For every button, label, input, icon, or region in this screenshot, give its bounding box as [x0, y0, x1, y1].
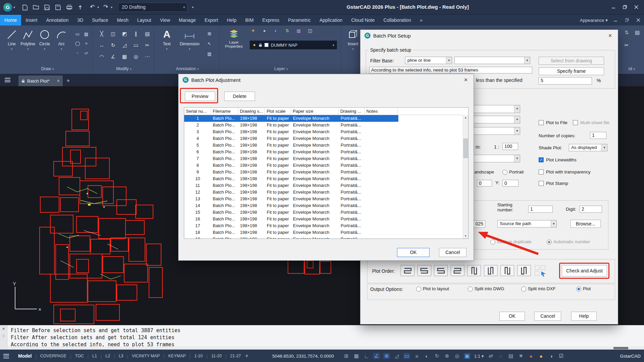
modify-tool-icon[interactable]: ∥ [131, 29, 141, 39]
column-header[interactable]: Drawing ... [339, 108, 365, 115]
workspace-select[interactable]: 2D Drafting ▾ [118, 3, 187, 12]
tool-insert-block[interactable]: Insert ▾ [345, 28, 361, 63]
shade-plot-select[interactable]: As displayed ▾ [569, 144, 607, 151]
panel-label-annotation[interactable]: Annotation▾ [155, 65, 219, 73]
column-header[interactable]: Filename [211, 108, 238, 115]
minimize-button[interactable] [608, 3, 619, 11]
tab-collaboration[interactable]: Collaboration [379, 15, 415, 25]
command-panel-handle[interactable]: × ⠿ [0, 325, 7, 350]
ribbon-minimize-icon[interactable] [612, 17, 619, 23]
table-row[interactable]: 8Batch Plo...198×198Fit to paperEnvelope… [184, 162, 463, 169]
draw-extra-icon[interactable]: ▭ [74, 31, 81, 38]
plot-order-option-3[interactable] [434, 265, 448, 276]
modify-tool-icon[interactable]: ↻ [108, 40, 118, 50]
table-row[interactable]: 6Batch Plo...198×198Fit to paperEnvelope… [184, 149, 463, 155]
tab-help[interactable]: Help [222, 15, 241, 25]
column-header[interactable]: Notes [365, 108, 398, 115]
table-row[interactable]: 19Batch Plo...198×198Fit to paperEnvelop… [184, 236, 463, 239]
scale-value-field[interactable]: 100 [502, 143, 518, 150]
model-tab[interactable]: Model [18, 353, 32, 359]
annotation-extra-icon[interactable]: ⊞ [206, 31, 213, 37]
tab-bim[interactable]: BIM [241, 15, 258, 25]
plot-linewidths-checkbox[interactable]: ✓ [539, 157, 544, 162]
grid-icon[interactable]: ⊞ [343, 353, 350, 359]
panel-label-clipboard[interactable]: rd▾ [620, 65, 644, 73]
undo-icon[interactable]: ↶ [90, 3, 95, 10]
table-row[interactable]: 5Batch Plo...198×198Fit to paperEnvelope… [184, 142, 463, 149]
table-row[interactable]: 1Batch Plo...198×198Fit to paperEnvelope… [184, 115, 463, 122]
layout-tab-vicinity-map[interactable]: VICINITY MAP [132, 354, 160, 358]
ribbon-restore-icon[interactable] [623, 17, 631, 23]
multi-sheet-checkbox[interactable] [573, 120, 578, 125]
column-header[interactable]: Plot scale [265, 108, 291, 115]
layer-state-icon[interactable]: ● [261, 28, 268, 34]
table-row[interactable]: 17Batch Plo...198×198Fit to paperEnvelop… [184, 222, 463, 229]
gear-icon[interactable]: ✳ [517, 353, 524, 359]
annotation-extra-icon[interactable]: ▥ [206, 51, 213, 57]
annotation-extra-icon[interactable]: ↖ [206, 41, 213, 47]
layout-tab-l1[interactable]: L1 [92, 354, 97, 358]
tab-annotation[interactable]: Annotation [42, 15, 73, 25]
open-file-icon[interactable] [32, 4, 40, 11]
tab-express[interactable]: Express [258, 15, 284, 25]
tab-mesh[interactable]: Mesh [112, 15, 133, 25]
ok-button[interactable]: OK [499, 312, 525, 321]
layer-state-icon[interactable]: ◐ [272, 28, 280, 34]
table-row[interactable]: 16Batch Plo...198×198Fit to paperEnvelop… [184, 216, 463, 222]
chevron-down-icon[interactable]: ▾ [13, 5, 15, 9]
draw-extra-icon[interactable]: ▱ [83, 50, 90, 56]
table-row[interactable]: 9Batch Plo...198×198Fit to paperEnvelope… [184, 169, 463, 175]
lock-icon[interactable]: ● [528, 353, 534, 359]
appearance-menu[interactable]: Appearance ▾ [580, 17, 608, 23]
add-layout-icon[interactable]: + [245, 353, 248, 359]
delete-button[interactable]: Delete [224, 92, 255, 101]
split-into-dwg-radio[interactable] [468, 287, 473, 292]
transparency-icon[interactable]: ◐ [424, 353, 430, 359]
layer-state-icon[interactable]: ▧ [295, 28, 302, 34]
automatic-number-radio[interactable] [547, 240, 552, 245]
command-scrollbar[interactable] [7, 347, 644, 350]
selection-cycling-icon[interactable]: ↻ [434, 353, 440, 359]
redo-icon[interactable]: ↷ [103, 3, 108, 10]
plot-order-option-8[interactable] [517, 265, 531, 276]
close-icon[interactable]: × [461, 76, 471, 84]
hardware-icon[interactable]: ▤ [507, 353, 514, 359]
close-icon[interactable]: × [0, 326, 7, 331]
lineweight-icon[interactable]: ≡ [413, 353, 420, 359]
modify-tool-icon[interactable]: ◠ [97, 52, 107, 62]
ribbon-overflow-icon[interactable]: » [415, 15, 427, 25]
tool-line[interactable]: Line ▾ [4, 28, 19, 63]
grip-icon[interactable]: ⠿ [0, 334, 7, 339]
cancel-button[interactable]: Cancel [439, 248, 466, 257]
layer-state-icon[interactable]: ☀ [249, 28, 257, 34]
table-row[interactable]: 10Batch Plo...198×198Fit to paperEnvelop… [184, 175, 463, 182]
redo-chevron-icon[interactable]: ▾ [111, 5, 112, 9]
offset-x-field[interactable]: 0 [477, 180, 492, 187]
table-row[interactable]: 14Batch Plo...198×198Fit to paperEnvelop… [184, 202, 463, 209]
ok-button[interactable]: OK [397, 248, 430, 257]
display-icon[interactable]: ▣ [464, 353, 470, 359]
tab-insert[interactable]: Insert [21, 15, 42, 25]
publish-icon[interactable] [76, 4, 84, 11]
maximize-button[interactable] [619, 3, 631, 11]
modify-tool-icon[interactable]: ╳ [97, 29, 107, 39]
layout-tab-1-10[interactable]: 1-10 [194, 354, 203, 358]
annotation-scale[interactable]: 1:1 ▾ [474, 354, 484, 359]
toolbar-options-icon[interactable]: ▾ [192, 5, 194, 9]
cut-icon[interactable]: ✂ [622, 40, 632, 50]
table-row[interactable]: 11Batch Plo...198×198Fit to paperEnvelop… [184, 182, 463, 189]
new-tab-icon[interactable]: + [66, 77, 70, 85]
percent-field[interactable]: 5 [539, 77, 592, 85]
panel-label-layer[interactable]: Layer▾ [221, 65, 341, 73]
gstarcad-logo[interactable]: G [3, 3, 12, 12]
plot-to-layout-radio[interactable] [416, 287, 421, 292]
table-row[interactable]: 4Batch Plo...198×198Fit to paperEnvelope… [184, 135, 463, 142]
plot-icon[interactable] [65, 4, 73, 11]
tab-3d[interactable]: 3D [73, 15, 88, 25]
plot-order-option-2[interactable] [417, 265, 431, 276]
tool-dimension[interactable]: Dimension ▾ [177, 28, 202, 63]
tab-manage[interactable]: Manage [175, 15, 200, 25]
modify-tool-icon[interactable]: ▤ [142, 29, 152, 39]
plot-order-option-6[interactable] [484, 265, 498, 276]
close-button[interactable] [631, 3, 642, 11]
